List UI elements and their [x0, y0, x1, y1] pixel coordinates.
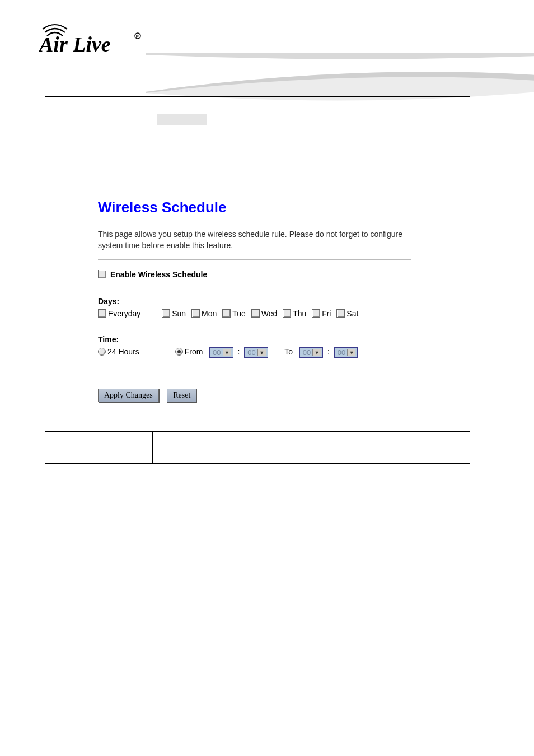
wireless-schedule-panel: Wireless Schedule This page allows you s… [98, 199, 456, 402]
from-label: From [185, 347, 203, 356]
panel-title: Wireless Schedule [98, 199, 456, 216]
info-table-top [45, 96, 470, 142]
everyday-label: Everyday [108, 309, 140, 318]
info-table-bottom-cell-right [153, 432, 470, 464]
time-separator: : [325, 347, 332, 356]
time-heading: Time: [98, 335, 456, 344]
svg-text:R: R [136, 34, 139, 39]
chevron-down-icon: ▼ [347, 349, 355, 356]
day-sun-checkbox[interactable] [162, 309, 170, 318]
days-heading: Days: [98, 297, 456, 306]
to-min-select[interactable]: 00▼ [334, 347, 358, 358]
info-table-top-cell-left [45, 97, 144, 142]
from-hour-select[interactable]: 00▼ [209, 347, 233, 358]
chevron-down-icon: ▼ [312, 349, 321, 356]
24hours-label: 24 Hours [107, 347, 139, 356]
24hours-radio[interactable] [98, 348, 106, 356]
day-fri-checkbox[interactable] [312, 309, 320, 318]
svg-text:Air Live: Air Live [39, 32, 111, 56]
brand-logo: Air Live R [39, 18, 151, 58]
to-hour-select[interactable]: 00▼ [299, 347, 323, 358]
chevron-down-icon: ▼ [257, 349, 266, 356]
chevron-down-icon: ▼ [223, 349, 231, 356]
panel-description: This page allows you setup the wireless … [98, 228, 411, 260]
to-label: To [284, 347, 293, 356]
reset-button[interactable]: Reset [167, 389, 196, 402]
info-table-bottom [45, 431, 470, 464]
day-wed-checkbox[interactable] [251, 309, 260, 318]
day-fri-label: Fri [322, 309, 331, 318]
day-sun-label: Sun [172, 309, 186, 318]
day-thu-label: Thu [293, 309, 306, 318]
from-radio[interactable] [175, 348, 183, 356]
day-wed-label: Wed [261, 309, 278, 318]
apply-changes-button[interactable]: Apply Changes [98, 389, 159, 402]
info-table-top-cell-right [144, 97, 470, 142]
enable-row: Enable Wireless Schedule [98, 270, 456, 279]
day-tue-checkbox[interactable] [222, 309, 231, 318]
day-sat-checkbox[interactable] [336, 309, 345, 318]
day-mon-label: Mon [202, 309, 217, 318]
info-table-bottom-cell-left [45, 432, 153, 464]
enable-checkbox[interactable] [98, 270, 106, 278]
day-mon-checkbox[interactable] [191, 309, 200, 318]
day-tue-label: Tue [232, 309, 246, 318]
day-thu-checkbox[interactable] [283, 309, 291, 318]
enable-label: Enable Wireless Schedule [110, 270, 207, 279]
from-min-select[interactable]: 00▼ [244, 347, 268, 358]
time-separator: : [235, 347, 242, 356]
day-sat-label: Sat [346, 309, 358, 318]
everyday-checkbox[interactable] [98, 309, 106, 318]
grey-placeholder-bar [157, 114, 207, 125]
